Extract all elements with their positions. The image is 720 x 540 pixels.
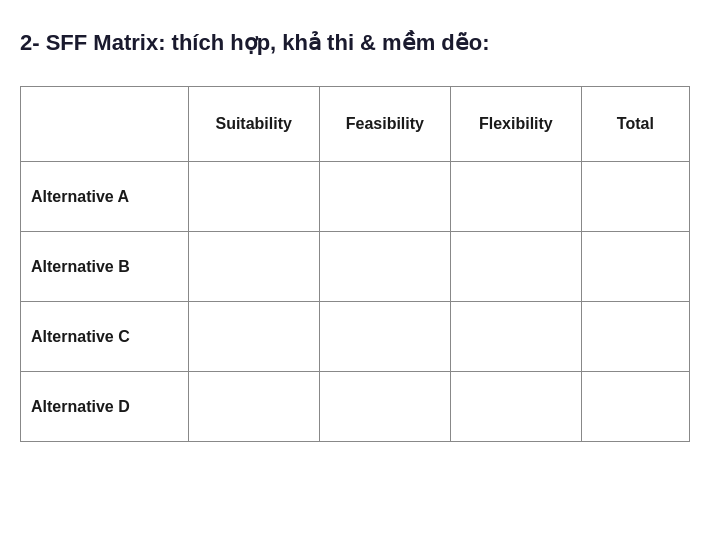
page: 2- SFF Matrix: thích hợp, khả thi & mềm … (0, 0, 720, 540)
header-flexibility: Flexibility (451, 87, 582, 162)
row-b-flexibility (451, 232, 582, 302)
table-header-row: Suitability Feasibility Flexibility Tota… (21, 87, 690, 162)
header-label-col (21, 87, 189, 162)
row-a-suitability (188, 162, 319, 232)
table-row: Alternative A (21, 162, 690, 232)
row-c-suitability (188, 302, 319, 372)
row-d-feasibility (319, 372, 450, 442)
row-label-d: Alternative D (21, 372, 189, 442)
row-b-total (581, 232, 689, 302)
page-title: 2- SFF Matrix: thích hợp, khả thi & mềm … (20, 30, 690, 56)
table-row: Alternative D (21, 372, 690, 442)
row-a-flexibility (451, 162, 582, 232)
table-row: Alternative B (21, 232, 690, 302)
row-label-b: Alternative B (21, 232, 189, 302)
row-label-c: Alternative C (21, 302, 189, 372)
row-d-suitability (188, 372, 319, 442)
header-total: Total (581, 87, 689, 162)
table-row: Alternative C (21, 302, 690, 372)
row-d-flexibility (451, 372, 582, 442)
row-c-total (581, 302, 689, 372)
row-c-flexibility (451, 302, 582, 372)
row-b-suitability (188, 232, 319, 302)
row-c-feasibility (319, 302, 450, 372)
row-a-feasibility (319, 162, 450, 232)
row-b-feasibility (319, 232, 450, 302)
table-container: Suitability Feasibility Flexibility Tota… (20, 86, 690, 520)
header-feasibility: Feasibility (319, 87, 450, 162)
sff-matrix-table: Suitability Feasibility Flexibility Tota… (20, 86, 690, 442)
row-label-a: Alternative A (21, 162, 189, 232)
row-a-total (581, 162, 689, 232)
row-d-total (581, 372, 689, 442)
header-suitability: Suitability (188, 87, 319, 162)
